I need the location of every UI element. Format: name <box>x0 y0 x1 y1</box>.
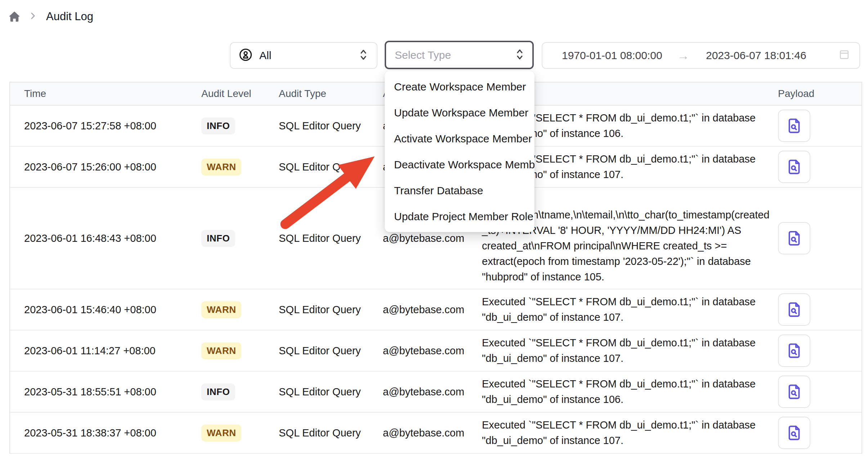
view-payload-button[interactable] <box>778 376 810 408</box>
cell-payload <box>770 222 863 254</box>
cell-audit-type: SQL Editor Query <box>271 232 376 244</box>
type-option[interactable]: Create Workspace Member <box>385 74 534 100</box>
table-row: 2023-06-01 11:14:27 +08:00 WARN SQL Edit… <box>10 330 862 372</box>
cell-time: 2023-06-07 15:26:00 +08:00 <box>10 161 192 173</box>
range-arrow-icon: → <box>677 49 689 63</box>
file-search-icon <box>786 425 802 441</box>
view-payload-button[interactable] <box>778 110 810 142</box>
cell-time: 2023-05-31 18:38:37 +08:00 <box>10 427 192 439</box>
cell-time: 2023-05-31 18:55:51 +08:00 <box>10 386 192 398</box>
cell-audit-level: INFO <box>192 230 271 247</box>
header-time: Time <box>10 88 192 99</box>
table-row: 2023-05-31 18:55:51 +08:00 INFO SQL Edit… <box>10 372 862 413</box>
view-payload-button[interactable] <box>778 417 810 449</box>
type-option[interactable]: Deactivate Workspace Member <box>385 152 534 178</box>
cell-audit-level: WARN <box>192 342 271 359</box>
cell-payload <box>770 376 863 408</box>
cell-audit-type: SQL Editor Query <box>271 427 376 439</box>
calendar-icon <box>838 49 850 63</box>
audit-level-badge: INFO <box>201 117 235 134</box>
type-option[interactable]: Update Workspace Member <box>385 100 534 126</box>
view-payload-button[interactable] <box>778 151 810 183</box>
breadcrumb: Audit Log <box>8 7 93 26</box>
file-search-icon <box>786 230 802 247</box>
cell-audit-type: SQL Editor Query <box>271 386 376 398</box>
cell-time: 2023-06-01 11:14:27 +08:00 <box>10 345 192 357</box>
audit-level-badge: WARN <box>201 159 241 176</box>
type-option[interactable]: Update Project Member Role <box>385 204 534 230</box>
view-payload-button[interactable] <box>778 222 810 254</box>
file-search-icon <box>786 117 802 134</box>
cell-audit-level: WARN <box>192 301 271 318</box>
table-row: 2023-06-01 15:46:40 +08:00 WARN SQL Edit… <box>10 289 862 330</box>
cell-audit-level: WARN <box>192 425 271 442</box>
cell-comment: Executed `"SELECT * FROM db_ui_demo.t1;"… <box>478 335 770 366</box>
cell-time: 2023-06-01 15:46:40 +08:00 <box>10 304 192 316</box>
type-filter-select[interactable]: Select Type <box>385 41 534 69</box>
table-row: 2023-05-31 18:38:37 +08:00 WARN SQL Edit… <box>10 413 862 454</box>
file-search-icon <box>786 301 802 318</box>
type-option[interactable]: Transfer Database <box>385 178 534 204</box>
cell-comment: Executed `"SELECT * FROM db_ui_demo.t1;"… <box>478 376 770 407</box>
cell-audit-level: WARN <box>192 159 271 176</box>
audit-level-badge: WARN <box>201 342 241 359</box>
cell-payload <box>770 417 863 449</box>
view-payload-button[interactable] <box>778 334 810 367</box>
cell-audit-type: SQL Editor Query <box>271 345 376 357</box>
header-audit-level: Audit Level <box>192 88 271 99</box>
date-range-start: 1970-01-01 08:00:00 <box>562 49 668 62</box>
date-range-picker[interactable]: 1970-01-01 08:00:00 → 2023-06-07 18:01:4… <box>542 42 860 69</box>
audit-level-badge: INFO <box>201 230 235 247</box>
header-audit-type: Audit Type <box>271 88 376 99</box>
cell-actor: a@bytebase.com <box>376 304 478 316</box>
breadcrumb-chevron-icon <box>28 11 37 22</box>
view-payload-button[interactable] <box>778 293 810 326</box>
cell-payload <box>770 110 863 142</box>
cell-payload <box>770 293 863 326</box>
audit-level-badge: WARN <box>201 301 241 318</box>
cell-actor: a@bytebase.com <box>376 427 478 439</box>
cell-audit-type: SQL Editor Query <box>271 304 376 316</box>
home-icon[interactable] <box>8 10 21 23</box>
chevron-up-down-icon <box>358 49 369 62</box>
cell-time: 2023-06-01 16:48:43 +08:00 <box>10 232 192 244</box>
cell-audit-type: SQL Editor Query <box>271 161 376 173</box>
cell-audit-type: SQL Editor Query <box>271 120 376 132</box>
cell-comment: Executed `"SELECT * FROM db_ui_demo.t1;"… <box>478 417 770 448</box>
audit-level-badge: WARN <box>201 425 241 442</box>
cell-audit-level: INFO <box>192 117 271 134</box>
page-title: Audit Log <box>46 10 93 23</box>
header-payload: Payload <box>770 88 863 99</box>
chevron-up-down-icon <box>514 48 525 62</box>
actor-filter-select[interactable]: All <box>230 42 377 69</box>
type-filter-dropdown: Create Workspace MemberUpdate Workspace … <box>385 71 534 232</box>
file-search-icon <box>786 159 802 175</box>
date-range-end: 2023-06-07 18:01:46 <box>706 49 811 62</box>
audit-log-page: Audit Log All Select Type 1970-01-01 08:… <box>0 0 868 457</box>
cell-payload <box>770 151 863 183</box>
type-option[interactable]: Activate Workspace Member <box>385 126 534 152</box>
cell-comment: Executed `"SELECT * FROM db_ui_demo.t1;"… <box>478 294 770 325</box>
file-search-icon <box>786 342 802 359</box>
actor-filter-value: All <box>259 49 271 62</box>
cell-time: 2023-06-07 15:27:58 +08:00 <box>10 120 192 132</box>
audit-level-badge: INFO <box>201 383 235 400</box>
cell-actor: a@bytebase.com <box>376 386 478 398</box>
cell-actor: a@bytebase.com <box>376 345 478 357</box>
person-circle-icon <box>238 48 253 63</box>
cell-actor: a@bytebase.com <box>376 232 478 244</box>
type-filter-placeholder: Select Type <box>395 49 451 61</box>
cell-payload <box>770 334 863 367</box>
cell-audit-level: INFO <box>192 383 271 400</box>
file-search-icon <box>786 383 802 400</box>
